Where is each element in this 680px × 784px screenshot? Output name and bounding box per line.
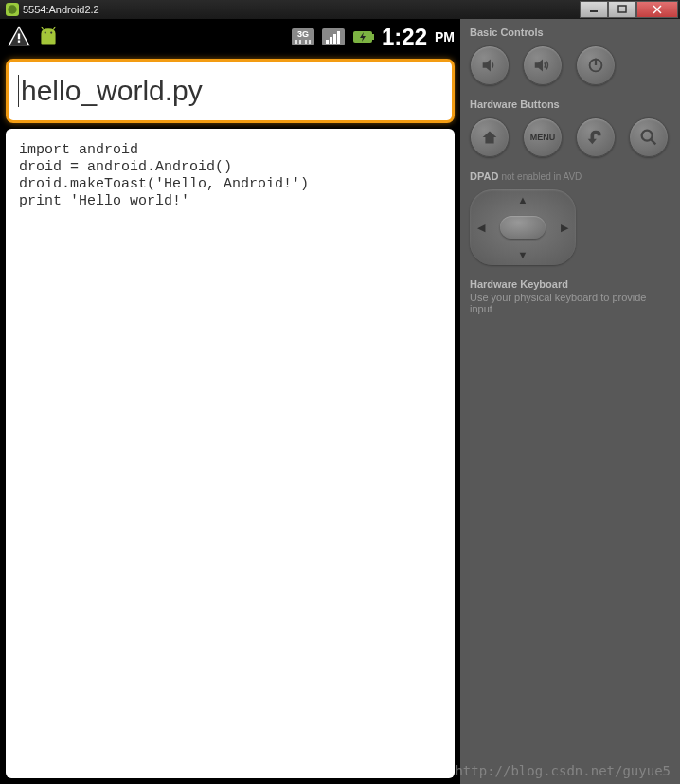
power-button[interactable]: [576, 45, 616, 85]
home-button[interactable]: [470, 117, 510, 157]
filename-input[interactable]: hello_world.py: [6, 59, 455, 123]
basic-controls-title: Basic Controls: [470, 27, 671, 38]
dpad: ▲ ▼ ◀ ▶: [470, 189, 576, 265]
svg-point-8: [50, 31, 52, 33]
dpad-left-icon: ◀: [477, 222, 485, 234]
dpad-down-icon: ▼: [518, 249, 528, 260]
window-titlebar: 5554:Android2.2: [0, 0, 680, 19]
watermark: http://blog.csdn.net/guyue5: [455, 763, 671, 778]
back-button[interactable]: [576, 117, 616, 157]
svg-rect-19: [372, 34, 374, 40]
svg-rect-17: [337, 31, 340, 44]
emulator-screen: 3G 1:22 PM hello_world.py import android…: [0, 19, 460, 784]
svg-rect-15: [330, 37, 332, 44]
svg-point-0: [8, 5, 16, 13]
hardware-keyboard-subtitle: Use your physical keyboard to provide in…: [470, 292, 671, 314]
svg-text:3G: 3G: [297, 29, 309, 39]
dpad-right-icon: ▶: [561, 222, 568, 234]
svg-line-10: [53, 27, 55, 29]
svg-line-9: [41, 27, 43, 29]
code-editor[interactable]: import android droid = android.Android()…: [6, 129, 455, 778]
warning-icon: [6, 24, 32, 50]
app-icon: [6, 3, 19, 16]
filename-text: hello_world.py: [18, 75, 442, 107]
maximize-button[interactable]: [608, 1, 636, 18]
volume-down-button[interactable]: [470, 45, 510, 85]
dpad-center-button: [500, 216, 546, 239]
menu-button[interactable]: MENU: [523, 117, 563, 157]
svg-point-7: [45, 31, 46, 33]
clock-ampm: PM: [435, 29, 455, 45]
search-button[interactable]: [629, 117, 669, 157]
dpad-title: DPAD not enabled in AVD: [470, 170, 671, 182]
svg-rect-14: [326, 40, 329, 44]
battery-icon: [351, 25, 376, 49]
close-button[interactable]: [636, 1, 678, 18]
window-title: 5554:Android2.2: [23, 4, 99, 15]
network-3g-icon: 3G: [291, 25, 315, 49]
svg-rect-2: [618, 6, 626, 12]
hardware-keyboard-title: Hardware Keyboard: [470, 278, 671, 290]
clock-time: 1:22: [382, 24, 427, 50]
hardware-buttons-title: Hardware Buttons: [470, 98, 671, 110]
signal-icon: [321, 25, 346, 49]
svg-line-23: [651, 139, 656, 145]
svg-rect-16: [333, 34, 336, 44]
emulator-controls: Basic Controls Hardware Buttons MENU: [460, 19, 680, 784]
minimize-button[interactable]: [580, 1, 608, 18]
volume-up-button[interactable]: [523, 45, 563, 85]
svg-rect-5: [18, 34, 20, 40]
dpad-up-icon: ▲: [518, 194, 528, 205]
android-icon: [36, 26, 61, 48]
svg-rect-6: [18, 41, 20, 43]
android-status-bar: 3G 1:22 PM: [0, 19, 460, 55]
